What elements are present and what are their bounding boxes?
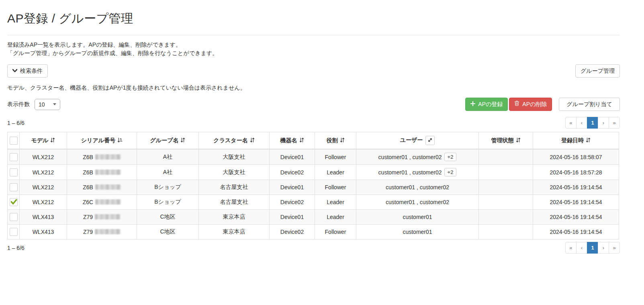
pagination-link-next[interactable]: › bbox=[598, 242, 609, 254]
users-list: customer01 bbox=[403, 214, 432, 220]
serial-prefix: Z6B bbox=[83, 184, 93, 190]
per-page-value: 10 bbox=[39, 101, 45, 108]
table-row: WLX212Z6CBショップ名古屋支社Device02Leadercustome… bbox=[8, 195, 619, 210]
sort-icon bbox=[180, 137, 185, 144]
row-checkbox[interactable] bbox=[10, 168, 18, 176]
column-header-label: グループ名 bbox=[150, 137, 179, 143]
pagination-top: «‹1›» bbox=[565, 117, 620, 129]
expand-icon bbox=[428, 137, 432, 143]
cluster-cell: 大阪支社 bbox=[199, 165, 270, 180]
column-header-users[interactable]: ユーザー bbox=[356, 132, 479, 149]
pagination-link-last[interactable]: » bbox=[609, 242, 620, 254]
pagination-link-prev[interactable]: ‹ bbox=[576, 242, 587, 254]
delete-ap-button[interactable]: APの削除 bbox=[509, 98, 552, 111]
pagination-link-first[interactable]: « bbox=[565, 242, 577, 254]
pagination-item-next: › bbox=[598, 117, 609, 129]
sort-icon bbox=[586, 137, 591, 144]
device-name-cell: Device01 bbox=[270, 149, 315, 165]
status-cell bbox=[479, 210, 533, 225]
pagination-link-first[interactable]: « bbox=[565, 117, 577, 129]
device-name-cell: Device01 bbox=[270, 210, 315, 225]
column-header-sortable[interactable]: 機器名 bbox=[270, 132, 315, 149]
registered-cell: 2024-05-16 19:14:54 bbox=[533, 225, 619, 239]
role-cell: Leader bbox=[315, 210, 356, 225]
row-checkbox[interactable] bbox=[10, 183, 18, 191]
column-header-label: 機器名 bbox=[280, 137, 297, 143]
registered-cell: 2024-05-16 19:14:54 bbox=[533, 195, 619, 210]
users-cell: customer01 , customer02+2 bbox=[356, 149, 479, 165]
column-header-sortable[interactable]: 登録日時 bbox=[533, 132, 619, 149]
role-cell: Leader bbox=[315, 165, 356, 180]
more-users-button[interactable]: +2 bbox=[444, 168, 457, 176]
row-checkbox[interactable] bbox=[10, 198, 18, 206]
column-header-label: 管理状態 bbox=[491, 137, 514, 143]
role-cell: Follower bbox=[315, 180, 356, 195]
add-ap-button[interactable]: APの登録 bbox=[465, 98, 508, 111]
users-list: customer01 bbox=[403, 229, 432, 235]
assign-group-button[interactable]: グループ割り当て bbox=[559, 98, 620, 111]
table-row: WLX413Z79C地区東京本店Device01Leadercustomer01… bbox=[8, 210, 619, 225]
serial-prefix: Z6C bbox=[83, 199, 93, 205]
pagination-link-page-1[interactable]: 1 bbox=[587, 242, 598, 254]
trash-icon bbox=[514, 100, 519, 108]
serial-prefix: Z6B bbox=[83, 169, 93, 176]
users-cell: customer01 bbox=[356, 225, 479, 239]
registered-cell: 2024-05-16 18:58:07 bbox=[533, 149, 619, 165]
more-users-button[interactable]: +2 bbox=[444, 153, 457, 161]
result-range-bottom: 1 – 6/6 bbox=[7, 245, 25, 251]
column-header-label: クラスター名 bbox=[213, 137, 247, 143]
pagination-link-last[interactable]: » bbox=[609, 117, 620, 129]
table-row: WLX212Z6BBショップ名古屋支社Device01Followercusto… bbox=[8, 180, 619, 195]
cluster-cell: 東京本店 bbox=[199, 225, 270, 239]
column-header-sortable[interactable]: 役割 bbox=[315, 132, 356, 149]
pagination-item-next: › bbox=[598, 242, 609, 254]
select-all-checkbox[interactable] bbox=[10, 137, 18, 145]
model-cell: WLX212 bbox=[20, 195, 67, 210]
header-checkbox-cell bbox=[8, 132, 20, 149]
masked-serial bbox=[95, 229, 121, 234]
pagination-item-prev: ‹ bbox=[577, 117, 587, 129]
sort-amount-icon bbox=[117, 137, 123, 144]
column-header-sortable[interactable]: シリアル番号 bbox=[67, 132, 137, 149]
status-cell bbox=[479, 195, 533, 210]
group-manage-button[interactable]: グループ管理 bbox=[575, 64, 620, 78]
group-cell: A社 bbox=[137, 149, 199, 165]
sort-icon bbox=[516, 137, 521, 144]
row-checkbox[interactable] bbox=[10, 153, 18, 161]
pagination-bottom: «‹1›» bbox=[565, 242, 620, 254]
model-cell: WLX413 bbox=[20, 210, 67, 225]
checkbox-cell bbox=[8, 149, 20, 165]
users-list: customer01 , customer02 bbox=[386, 199, 449, 205]
caret-down-icon bbox=[53, 103, 56, 105]
serial-prefix: Z79 bbox=[83, 214, 93, 220]
device-name-cell: Device02 bbox=[270, 225, 315, 239]
model-cell: WLX212 bbox=[20, 149, 67, 165]
column-header-label: モデル bbox=[31, 137, 49, 143]
row-checkbox[interactable] bbox=[10, 228, 18, 236]
row-checkbox[interactable] bbox=[10, 213, 18, 221]
column-header-label: 登録日時 bbox=[561, 137, 584, 143]
column-header-label: シリアル番号 bbox=[81, 137, 115, 143]
pagination-link-prev[interactable]: ‹ bbox=[576, 117, 587, 129]
column-header-sortable[interactable]: クラスター名 bbox=[199, 132, 270, 149]
pagination-link-next[interactable]: › bbox=[598, 117, 609, 129]
per-page-select[interactable]: 10 bbox=[35, 99, 60, 110]
plus-icon bbox=[470, 100, 475, 108]
serial-cell: Z6B bbox=[67, 165, 137, 180]
column-header-sortable[interactable]: 管理状態 bbox=[479, 132, 533, 149]
status-cell bbox=[479, 165, 533, 180]
expand-users-button[interactable] bbox=[425, 136, 435, 145]
group-cell: A社 bbox=[137, 165, 199, 180]
column-header-sortable[interactable]: モデル bbox=[20, 132, 67, 149]
table-header-row: モデルシリアル番号グループ名クラスター名機器名役割ユーザー管理状態登録日時 bbox=[8, 132, 619, 149]
table-row: WLX212Z6BA社大阪支社Device02Leadercustomer01 … bbox=[8, 165, 619, 180]
pagination-link-page-1[interactable]: 1 bbox=[587, 117, 598, 129]
users-list: customer01 , customer02 bbox=[378, 169, 442, 176]
column-header-sortable[interactable]: グループ名 bbox=[137, 132, 199, 149]
model-cell: WLX413 bbox=[20, 225, 67, 239]
sort-icon bbox=[299, 137, 304, 144]
model-cell: WLX212 bbox=[20, 165, 67, 180]
page-title: AP登録 / グループ管理 bbox=[7, 10, 620, 27]
pagination-item-first: « bbox=[565, 242, 577, 254]
search-conditions-button[interactable]: 検索条件 bbox=[7, 64, 48, 78]
